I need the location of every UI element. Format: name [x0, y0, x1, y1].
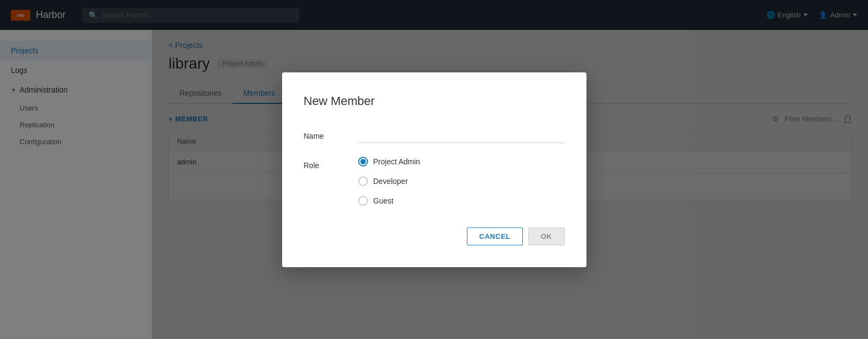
- role-guest-label: Guest: [373, 196, 394, 205]
- role-guest[interactable]: Guest: [358, 196, 565, 206]
- name-input[interactable]: [358, 127, 565, 143]
- new-member-modal: New Member Name Role Project Admin D: [282, 72, 586, 267]
- role-field: Project Admin Developer Guest: [358, 157, 565, 206]
- role-project-admin-label: Project Admin: [373, 157, 420, 166]
- cancel-button[interactable]: CANCEL: [467, 227, 523, 245]
- name-row: Name: [304, 127, 565, 143]
- radio-project-admin-circle: [358, 157, 368, 167]
- cancel-label: CANCEL: [479, 232, 510, 241]
- radio-developer-circle: [358, 176, 368, 186]
- modal-title: New Member: [304, 94, 565, 108]
- role-row: Role Project Admin Developer Guest: [304, 157, 565, 206]
- name-label: Name: [304, 127, 347, 140]
- role-developer[interactable]: Developer: [358, 176, 565, 186]
- role-project-admin[interactable]: Project Admin: [358, 157, 565, 167]
- role-radio-group: Project Admin Developer Guest: [358, 157, 565, 206]
- ok-button[interactable]: OK: [528, 227, 565, 245]
- role-label: Role: [304, 157, 347, 170]
- modal-overlay: New Member Name Role Project Admin D: [0, 0, 868, 339]
- modal-actions: CANCEL OK: [304, 227, 565, 245]
- radio-guest-circle: [358, 196, 368, 206]
- ok-label: OK: [541, 232, 552, 241]
- name-field: [358, 127, 565, 143]
- role-developer-label: Developer: [373, 177, 408, 186]
